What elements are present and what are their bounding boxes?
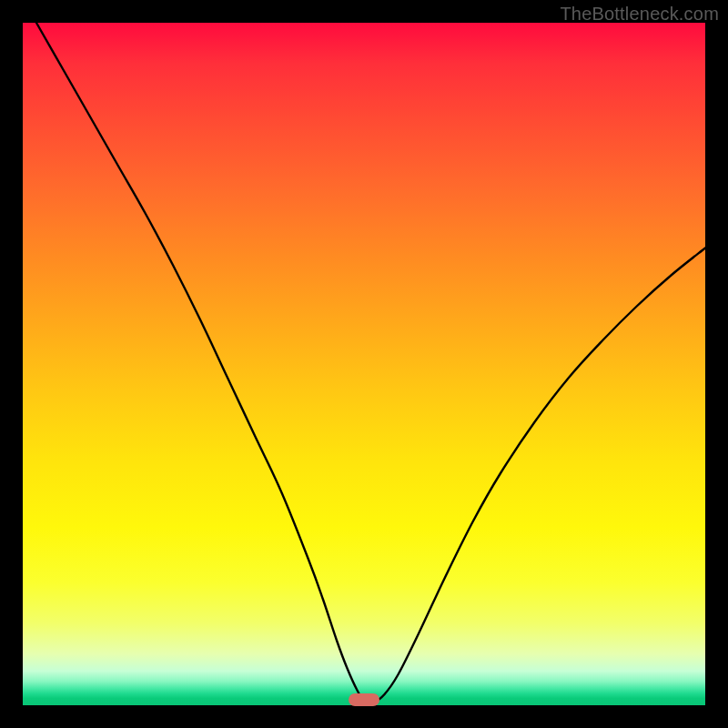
optimal-marker [349,693,379,706]
chart-frame: TheBottleneck.com [0,0,728,728]
plot-area [23,23,705,705]
bottleneck-curve-path [36,23,705,703]
watermark-text: TheBottleneck.com [560,4,719,25]
curve-svg [23,23,705,705]
